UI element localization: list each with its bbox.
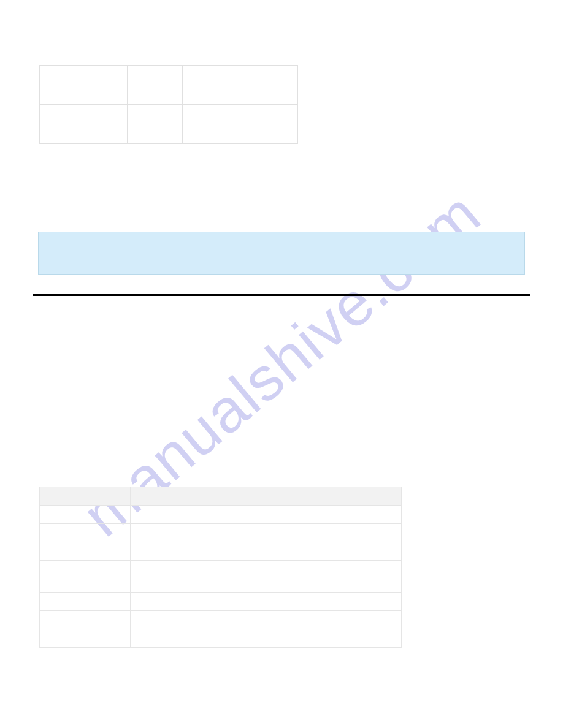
cell bbox=[40, 561, 131, 593]
bottom-table bbox=[39, 487, 402, 648]
cell bbox=[324, 506, 402, 524]
bottom-table-head bbox=[40, 487, 402, 506]
cell bbox=[40, 85, 128, 105]
cell bbox=[128, 105, 183, 124]
header-cell bbox=[324, 487, 402, 506]
cell bbox=[40, 593, 131, 611]
header-cell bbox=[40, 487, 131, 506]
cell bbox=[40, 524, 131, 542]
cell bbox=[324, 542, 402, 561]
cell bbox=[131, 629, 324, 648]
cell bbox=[131, 542, 324, 561]
table-row bbox=[40, 542, 402, 561]
cell bbox=[131, 611, 324, 629]
table-row bbox=[40, 506, 402, 524]
table-row bbox=[40, 524, 402, 542]
cell bbox=[128, 124, 183, 144]
cell bbox=[183, 66, 298, 85]
table-row bbox=[40, 124, 298, 144]
header-cell bbox=[131, 487, 324, 506]
cell bbox=[40, 124, 128, 144]
cell bbox=[40, 105, 128, 124]
cell bbox=[40, 611, 131, 629]
table-header-row bbox=[40, 487, 402, 506]
table-row bbox=[40, 611, 402, 629]
info-banner bbox=[38, 232, 525, 275]
table-row bbox=[40, 629, 402, 648]
cell bbox=[131, 593, 324, 611]
top-table bbox=[39, 65, 298, 144]
cell bbox=[128, 85, 183, 105]
horizontal-rule bbox=[33, 294, 530, 296]
cell bbox=[183, 124, 298, 144]
cell bbox=[40, 66, 128, 85]
cell bbox=[324, 561, 402, 593]
cell bbox=[40, 542, 131, 561]
cell bbox=[131, 561, 324, 593]
cell bbox=[131, 524, 324, 542]
cell bbox=[324, 611, 402, 629]
cell bbox=[324, 629, 402, 648]
cell bbox=[183, 105, 298, 124]
cell bbox=[324, 524, 402, 542]
bottom-table-body bbox=[40, 506, 402, 648]
table-row bbox=[40, 66, 298, 85]
cell bbox=[40, 506, 131, 524]
table-row bbox=[40, 561, 402, 593]
table-row bbox=[40, 593, 402, 611]
cell bbox=[40, 629, 131, 648]
cell bbox=[131, 506, 324, 524]
table-row bbox=[40, 85, 298, 105]
top-table-body bbox=[40, 66, 298, 144]
table-row bbox=[40, 105, 298, 124]
cell bbox=[128, 66, 183, 85]
cell bbox=[324, 593, 402, 611]
cell bbox=[183, 85, 298, 105]
